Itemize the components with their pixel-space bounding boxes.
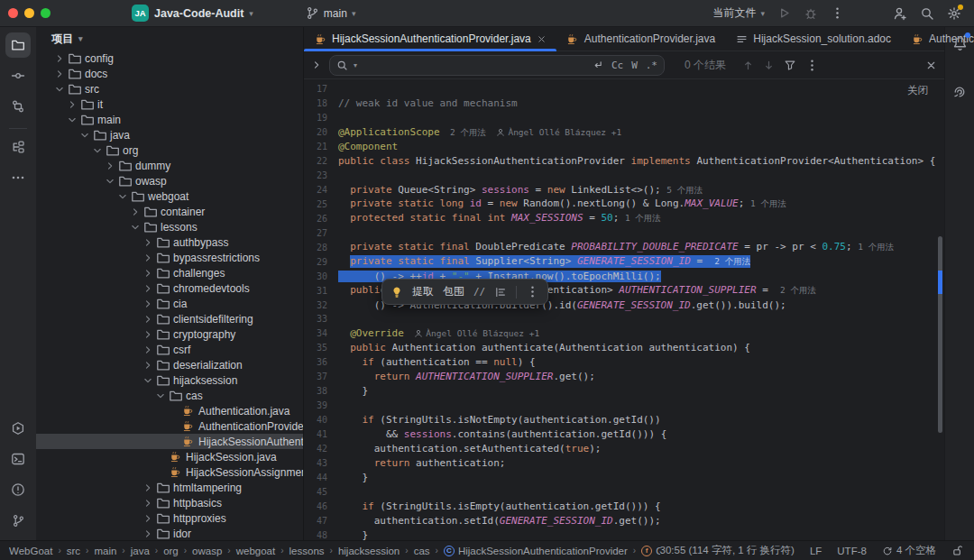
line-number[interactable]: 36 — [304, 357, 338, 367]
tree-item-hijacksessionassignment-java[interactable]: HijackSessionAssignment.java — [36, 464, 303, 480]
breadcrumb-item[interactable]: main — [94, 546, 116, 556]
surround-action[interactable]: 包围 — [443, 284, 464, 299]
vcs-branch-widget[interactable]: main ▾ — [306, 6, 356, 20]
breadcrumb-item[interactable]: owasp — [192, 546, 222, 556]
tree-item-main[interactable]: main — [36, 112, 303, 127]
editor-tab-authenticationprovider-java[interactable]: AuthenticationProvider.java — [556, 27, 725, 50]
breadcrumb-item[interactable]: java — [131, 546, 150, 556]
breadcrumb-class[interactable]: CHijackSessionAuthenticationProvider — [444, 546, 628, 556]
close-tab-icon[interactable] — [537, 34, 547, 44]
tree-item-htmltampering[interactable]: htmltampering — [36, 480, 303, 495]
indent-widget[interactable]: 4 个空格 — [882, 544, 936, 557]
line-number[interactable]: 40 — [304, 415, 338, 425]
chevron-right-icon[interactable] — [52, 53, 67, 64]
line-number[interactable]: 46 — [304, 501, 338, 511]
chevron-right-icon[interactable] — [141, 283, 155, 294]
tree-item-src[interactable]: src — [36, 81, 303, 96]
line-number[interactable]: 24 — [304, 185, 338, 195]
expand-replace-chevron-icon[interactable] — [311, 60, 322, 70]
code-with-me-button[interactable] — [893, 6, 907, 21]
ai-assistant-button[interactable] — [947, 79, 972, 105]
editor-tab-hijacksessionauthenticationprovider-java[interactable]: HijackSessionAuthenticationProvider.java — [304, 27, 556, 50]
chevron-down-icon[interactable] — [153, 390, 168, 401]
tree-item-authentication-java[interactable]: Authentication.java — [36, 403, 303, 418]
git-tool-button[interactable] — [5, 508, 31, 533]
tree-item-hijacksession[interactable]: hijacksession — [36, 372, 303, 388]
line-number[interactable]: 37 — [304, 372, 338, 381]
tree-item-hijacksession-java[interactable]: HijackSession.java — [36, 449, 303, 464]
chevron-right-icon[interactable] — [141, 329, 155, 340]
tree-item-owasp[interactable]: owasp — [36, 173, 303, 188]
problems-tool-button[interactable] — [5, 477, 31, 502]
project-widget[interactable]: JA Java-Code-Audit ▾ — [132, 5, 253, 22]
breadcrumb-item[interactable]: src — [67, 546, 80, 556]
chevron-right-icon[interactable] — [141, 482, 155, 493]
tree-item-hijacksessionauthenticationprovider-java[interactable]: HijackSessionAuthenticationProvider.java — [36, 434, 303, 449]
newline-toggle-icon[interactable] — [592, 60, 603, 71]
words-toggle[interactable]: W — [631, 60, 638, 71]
tree-item-java[interactable]: java — [36, 127, 303, 142]
line-number[interactable]: 33 — [304, 314, 338, 324]
chevron-down-icon[interactable] — [65, 115, 79, 125]
line-number[interactable]: 18 — [304, 98, 338, 108]
close-window-button[interactable] — [8, 8, 18, 18]
chevron-down-icon[interactable] — [115, 191, 130, 202]
commit-tool-button[interactable] — [5, 63, 31, 88]
match-case-toggle[interactable]: Cc — [611, 60, 623, 71]
chevron-down-icon[interactable] — [90, 145, 105, 156]
editor-tab-hijacksession-solution-adoc[interactable]: HijackSession_solution.adoc — [725, 27, 901, 50]
line-number[interactable]: 22 — [304, 156, 338, 166]
line-number[interactable]: 38 — [304, 386, 338, 396]
line-number[interactable]: 34 — [304, 328, 338, 338]
line-number[interactable]: 31 — [304, 286, 338, 296]
chevron-right-icon[interactable] — [52, 69, 67, 79]
tree-item-dummy[interactable]: dummy — [36, 158, 303, 173]
popup-more-button[interactable] — [526, 285, 539, 298]
chevron-down-icon[interactable] — [78, 130, 92, 141]
author-inlay-hint[interactable]: Àngel Ollé Blázquez +1 — [496, 127, 621, 137]
regex-toggle[interactable]: .* — [646, 60, 657, 71]
tree-item-cas[interactable]: cas — [36, 388, 303, 403]
tree-item-webgoat[interactable]: webgoat — [36, 188, 303, 204]
run-configuration-selector[interactable]: 当前文件 ▾ — [712, 5, 765, 21]
line-number[interactable]: 35 — [304, 343, 338, 353]
pull-requests-tool-button[interactable] — [5, 94, 31, 119]
breadcrumb-item[interactable]: WebGoat — [9, 546, 52, 556]
tree-item-cryptography[interactable]: cryptography — [36, 326, 303, 342]
tree-item-authbypass[interactable]: authbypass — [36, 234, 303, 250]
line-number[interactable]: 48 — [304, 530, 338, 540]
run-button[interactable] — [777, 6, 791, 20]
tree-item-httpbasics[interactable]: httpbasics — [36, 495, 303, 510]
code-editor[interactable]: 1718// weak id value and mechanism1920@A… — [304, 79, 944, 540]
structure-tool-button[interactable] — [5, 134, 31, 160]
chevron-down-icon[interactable] — [103, 176, 117, 187]
line-number[interactable]: 17 — [304, 84, 338, 94]
services-tool-button[interactable] — [5, 416, 31, 441]
tree-item-bypassrestrictions[interactable]: bypassrestrictions — [36, 250, 303, 265]
line-number[interactable]: 19 — [304, 113, 338, 123]
chevron-right-icon[interactable] — [141, 237, 155, 248]
line-number[interactable]: 32 — [304, 300, 338, 310]
tree-item-cia[interactable]: cia — [36, 296, 303, 311]
line-number[interactable]: 39 — [304, 400, 338, 410]
line-number[interactable]: 47 — [304, 516, 338, 526]
more-tool-windows-button[interactable] — [5, 165, 31, 190]
tree-item-config[interactable]: config — [36, 50, 303, 66]
chevron-right-icon[interactable] — [141, 528, 155, 539]
chevron-right-icon[interactable] — [141, 252, 155, 263]
debug-button[interactable] — [804, 6, 818, 21]
chevron-right-icon[interactable] — [141, 298, 155, 309]
chevron-right-icon[interactable] — [141, 344, 155, 355]
tree-item-lessons[interactable]: lessons — [36, 219, 303, 234]
tree-item-chromedevtools[interactable]: chromedevtools — [36, 280, 303, 296]
line-number[interactable]: 29 — [304, 257, 338, 267]
chevron-right-icon[interactable] — [141, 314, 155, 325]
breadcrumb-item[interactable]: lessons — [289, 546, 325, 556]
tree-item-clientsidefiltering[interactable]: clientsidefiltering — [36, 311, 303, 326]
tree-item-httpproxies[interactable]: httpproxies — [36, 510, 303, 526]
encoding-widget[interactable]: UTF-8 — [837, 546, 867, 556]
editor-scrollbar[interactable] — [938, 236, 942, 433]
chevron-down-icon[interactable] — [128, 222, 142, 233]
chevron-down-icon[interactable] — [141, 375, 155, 386]
next-occurrence-button[interactable] — [763, 60, 775, 71]
